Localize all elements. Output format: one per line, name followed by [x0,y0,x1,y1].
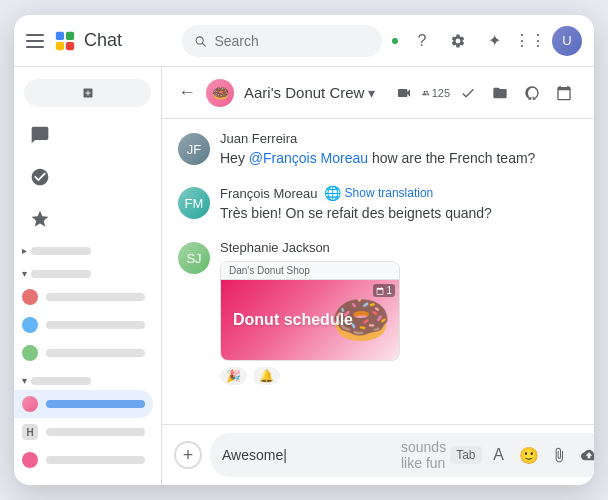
chat-header: ← 🍩 Aari's Donut Crew ▾ 125 [162,67,594,119]
mention-francois[interactable]: @François Moreau [249,150,368,166]
juan-sender-name: Juan Ferreira [220,131,578,146]
person2-avatar-icon [22,317,38,333]
message-group-stephanie: SJ Stephanie Jackson Dan's Donut Shop Do… [178,240,578,385]
app-window: Chat ? ✦ ⋮⋮ U [14,15,594,485]
chat-header-actions: 125 [390,79,578,107]
app-title: Chat [84,30,122,51]
emoji-icon[interactable]: 🙂 [516,442,542,468]
room5-avatar-icon [22,452,38,468]
sidebar-item-person3[interactable] [14,339,153,367]
francois-message-body: François Moreau 🌐 Show translation Très … [220,185,578,224]
svg-rect-1 [66,31,74,39]
format-text-icon[interactable]: A [486,442,512,468]
section-label-people [31,270,91,278]
room-h-label [46,428,145,436]
translate-icon: 🌐 [324,185,341,201]
sidebar-item-person1[interactable] [14,283,153,311]
avatar-image: U [552,26,582,56]
top-bar-right: ? ✦ ⋮⋮ U [390,26,582,56]
donut-schedule-card[interactable]: Dan's Donut Shop Donut schedule 🍩 1 [220,261,400,361]
sidebar-section-rooms: ▾ H [14,369,161,476]
group-name: Aari's Donut Crew ▾ [244,84,375,101]
donut-crew-avatar-icon [22,396,38,412]
group-avatar: 🍩 [206,79,234,107]
francois-message-text: Très bien! On se refait des beignets qua… [220,203,578,224]
attach-file-icon[interactable] [546,442,572,468]
nav-star-icon[interactable] [20,199,60,239]
svg-rect-2 [56,41,64,49]
section-label-starred [31,247,91,255]
sidebar-item-room-h[interactable]: H [14,418,153,446]
nav-rooms-icon[interactable] [20,157,60,197]
section-arrow-starred: ▸ [22,245,27,256]
search-icon [194,34,206,48]
juan-message-text: Hey @François Moreau how are the French … [220,148,578,169]
group-name-chevron-icon[interactable]: ▾ [368,85,375,101]
video-call-icon[interactable] [390,79,418,107]
section-header-rooms[interactable]: ▾ [14,371,161,390]
svg-line-5 [203,43,206,46]
donut-crew-label [46,400,145,408]
section-label-rooms [31,377,91,385]
calendar-icon[interactable] [550,79,578,107]
francois-avatar: FM [178,187,210,219]
new-chat-button[interactable] [24,79,151,107]
tab-button[interactable]: Tab [450,446,481,464]
add-content-button[interactable]: + [174,441,202,469]
section-header-starred[interactable]: ▸ [14,241,161,260]
card-shop-header: Dan's Donut Shop [221,262,399,280]
sidebar-item-person2[interactable] [14,311,153,339]
sidebar: ▸ ▾ [14,67,162,485]
search-bar[interactable] [182,25,382,57]
section-arrow-people: ▾ [22,268,27,279]
section-arrow-rooms: ▾ [22,375,27,386]
donut-card-title: Donut schedule [233,310,353,329]
status-indicator [390,36,400,46]
top-bar-left: Chat [26,30,174,52]
room-h-icon: H [22,424,38,440]
back-button[interactable]: ← [178,82,196,103]
reaction-party[interactable]: 🎉 [220,367,247,385]
tasks-icon[interactable] [454,79,482,107]
files-icon[interactable] [486,79,514,107]
user-avatar[interactable]: U [552,26,582,56]
help-icon[interactable]: ? [408,27,436,55]
sidebar-item-donut-crew[interactable] [14,390,153,418]
nav-chat-icon[interactable] [20,115,60,155]
stephanie-message-body: Stephanie Jackson Dan's Donut Shop Donut… [220,240,578,385]
integrations-icon[interactable] [518,79,546,107]
sidebar-item-room-5[interactable] [14,446,153,474]
donut-card-content: Donut schedule 🍩 1 [221,280,399,360]
top-bar: Chat ? ✦ ⋮⋮ U [14,15,594,67]
stephanie-avatar: SJ [178,242,210,274]
message-input-area[interactable]: sounds like fun Tab A 🙂 ⋮ [210,433,594,477]
settings-icon[interactable] [444,27,472,55]
hamburger-menu-icon[interactable] [26,31,46,51]
message-input[interactable] [222,447,397,463]
room5-label [46,456,145,464]
message-group-juan: JF Juan Ferreira Hey @François Moreau ho… [178,131,578,169]
section-header-people[interactable]: ▾ [14,264,161,283]
person1-label [46,293,145,301]
compose-icon [82,87,94,99]
upload-icon[interactable] [576,442,594,468]
chat-logo-icon [54,30,76,52]
juan-avatar: JF [178,133,210,165]
francois-sender-name: François Moreau 🌐 Show translation [220,185,578,201]
apps-icon[interactable]: ⋮⋮ [516,27,544,55]
ai-icon[interactable]: ✦ [480,27,508,55]
sidebar-section-people: ▾ [14,262,161,369]
show-translation-button[interactable]: 🌐 Show translation [324,185,434,201]
member-count: 125 [432,87,450,99]
message-reactions: 🎉 🔔 [220,367,578,385]
chat-area: ← 🍩 Aari's Donut Crew ▾ 125 [162,67,594,485]
message-group-francois: FM François Moreau 🌐 Show translation Tr… [178,185,578,224]
svg-rect-3 [66,41,74,49]
search-input[interactable] [214,33,370,49]
autocomplete-suggestion: sounds like fun [401,439,446,471]
reaction-bell[interactable]: 🔔 [253,367,280,385]
main-content: ▸ ▾ [14,67,594,485]
person2-label [46,321,145,329]
members-icon[interactable]: 125 [422,79,450,107]
person3-avatar-icon [22,345,38,361]
